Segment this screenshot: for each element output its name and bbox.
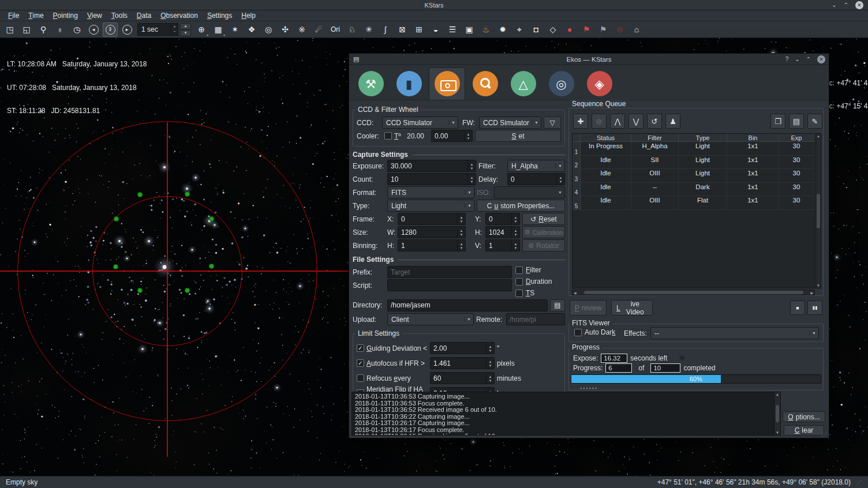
column-header-type[interactable]: Type <box>679 134 727 141</box>
limit-value-spin[interactable] <box>430 342 495 354</box>
remove-flag-button[interactable]: ⚑ <box>596 22 611 37</box>
temperature-spin[interactable] <box>431 130 473 142</box>
unit-up-icon[interactable]: ▲ <box>180 23 191 29</box>
directory-input[interactable] <box>387 299 548 311</box>
scroll-up-icon[interactable]: ▲ <box>776 393 779 396</box>
spin-arrows-icon[interactable] <box>486 358 494 369</box>
duration-suffix-checkbox[interactable] <box>515 278 523 286</box>
sequence-vertical-scrollbar[interactable]: ▲▼ <box>815 133 821 288</box>
center-telescope-button[interactable]: ⌖ <box>512 22 527 37</box>
spin-arrows-icon[interactable] <box>511 227 519 238</box>
time-step-plus-minus[interactable]: +− <box>171 23 178 36</box>
time-info-box[interactable]: LT: 10:28:08 AM Saturday, January 13, 20… <box>7 45 147 131</box>
mosaic-marker-dot[interactable] <box>114 216 119 222</box>
scroll-up-icon[interactable]: ▲ <box>817 134 820 138</box>
menu-view[interactable]: View <box>83 10 107 21</box>
toggle-constellation-names-button[interactable]: Ori <box>328 22 343 37</box>
log-scrollbar[interactable]: ▲▼ <box>774 392 780 435</box>
limit-value-input[interactable] <box>431 343 486 354</box>
move-job-down-button[interactable]: ⋁ <box>628 114 643 129</box>
mosaic-marker-dot[interactable] <box>113 264 118 269</box>
reset-jobs-button[interactable]: ↺ <box>647 114 662 129</box>
toggle-constellation-art-button[interactable]: ♘ <box>345 22 360 37</box>
tab-focus[interactable] <box>467 67 503 100</box>
toggle-constellation-lines-button[interactable]: ✳ <box>361 22 376 37</box>
effects-select[interactable]: -- ▾ <box>650 327 819 339</box>
filter-suffix-checkbox[interactable] <box>515 266 523 274</box>
toggle-stars-button[interactable]: ✶ <box>227 22 242 37</box>
bin-h-spin[interactable] <box>398 239 466 251</box>
estimate-time-button[interactable]: ♟ <box>665 114 680 129</box>
zoom-out-view-button[interactable]: ◱ <box>19 22 34 37</box>
add-job-button[interactable]: ✚ <box>573 114 588 129</box>
shade-icon[interactable]: ⌄ <box>795 55 799 64</box>
toggle-satellites-button[interactable]: ※ <box>294 22 309 37</box>
toggle-info-boxes-button[interactable]: ☰ <box>445 22 460 37</box>
scrollbar-thumb[interactable] <box>584 291 803 294</box>
toggle-supernovae-button[interactable]: ◎ <box>261 22 276 37</box>
mosaic-marker-dot[interactable] <box>137 288 143 293</box>
pause-clock-button[interactable]: ‖ <box>103 22 118 37</box>
scroll-down-icon[interactable]: ▼ <box>776 431 779 434</box>
ekos-titlebar[interactable]: ▤ Ekos — KStars ? ⌄ ⌃ ✕ <box>349 54 829 65</box>
minimize-icon[interactable]: ⌄ <box>832 1 836 10</box>
menu-file[interactable]: File <box>3 10 24 21</box>
limit-value-input[interactable] <box>431 373 486 384</box>
frame-x-input[interactable] <box>398 213 457 224</box>
live-video-button[interactable]: Live Video <box>611 300 653 316</box>
ccd-select[interactable]: CCD Simulator ▾ <box>382 117 458 129</box>
toggle-constellation-boundaries-button[interactable]: ∫ <box>378 22 393 37</box>
size-w-input[interactable] <box>398 227 457 238</box>
limit-value-spin[interactable] <box>430 372 495 384</box>
save-sequence-as-button[interactable]: ✎ <box>807 114 822 129</box>
auto-dark-checkbox[interactable] <box>574 329 582 336</box>
bin-v-input[interactable] <box>486 240 511 251</box>
stop-button[interactable]: ■ <box>790 301 805 315</box>
menu-observation[interactable]: Observation <box>156 10 203 21</box>
toggle-planets-button[interactable]: ✣ <box>278 22 293 37</box>
sequence-row[interactable]: 2IdleSIILight1x130 <box>573 156 814 170</box>
menu-pointing[interactable]: Pointing <box>48 10 83 21</box>
sequence-row[interactable]: 4Idle--Dark1x130 <box>573 183 814 197</box>
time-step-back-button[interactable]: ◂ <box>86 22 101 37</box>
clear-button[interactable]: Clear <box>784 425 824 436</box>
set-time-button[interactable]: ◷ <box>69 22 84 37</box>
toggle-horizon-button[interactable]: ◒ <box>428 22 443 37</box>
resize-grip-icon[interactable]: ⋰ <box>856 479 862 485</box>
size-h-input[interactable] <box>486 227 511 238</box>
spin-arrows-icon[interactable] <box>457 213 465 224</box>
observation-planner-button[interactable]: ♨ <box>478 22 493 37</box>
sequence-horizontal-scrollbar[interactable]: ◀▶ <box>572 290 815 295</box>
menu-tools[interactable]: Tools <box>107 10 132 21</box>
scrollbar-thumb[interactable] <box>817 194 820 228</box>
toggle-mosaic-button[interactable]: ◇ <box>545 22 560 37</box>
toggle-galaxies-button[interactable]: ✹ <box>495 22 510 37</box>
bin-v-spin[interactable] <box>485 239 520 251</box>
type-select[interactable]: Light ▾ <box>387 200 474 212</box>
frame-y-input[interactable] <box>486 213 511 224</box>
size-h-spin[interactable] <box>485 226 520 238</box>
reset-frame-button[interactable]: ↺Reset <box>522 213 565 225</box>
limit-checkbox[interactable] <box>357 374 364 382</box>
time-step-value[interactable]: 1 sec <box>137 23 171 36</box>
delay-input[interactable] <box>508 174 556 185</box>
fw-select[interactable]: CCD Simulator ▾ <box>479 117 541 129</box>
scroll-down-icon[interactable]: ▼ <box>817 284 820 287</box>
record-video-button[interactable]: ● <box>562 22 577 37</box>
browse-directory-button[interactable]: ▤ <box>550 299 565 311</box>
spin-arrows-icon[interactable] <box>467 160 476 171</box>
size-w-spin[interactable] <box>398 226 466 238</box>
limit-checkbox[interactable]: ✓ <box>357 344 364 352</box>
close-icon[interactable]: ✕ <box>855 1 863 9</box>
count-input[interactable] <box>388 174 467 185</box>
filter-select[interactable]: H_Alpha ▾ <box>507 160 565 172</box>
set-geographic-location-button[interactable]: ♁ <box>53 22 68 37</box>
mosaic-marker-dot[interactable] <box>137 192 143 197</box>
filter-manager-button[interactable]: ▽ <box>544 117 561 129</box>
options-button[interactable]: Options... <box>783 411 825 422</box>
spin-arrows-icon[interactable] <box>457 227 465 238</box>
open-sequence-button[interactable]: ❐ <box>770 114 785 129</box>
toggle-devices-button[interactable]: ▣ <box>462 22 477 37</box>
spin-arrows-icon[interactable] <box>486 343 494 354</box>
menu-settings[interactable]: Settings <box>203 10 237 21</box>
